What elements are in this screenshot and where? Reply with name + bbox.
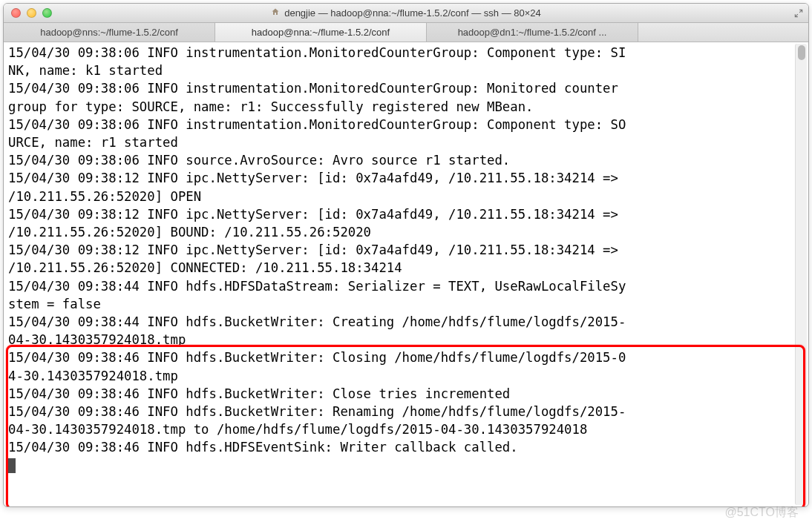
close-button[interactable] [11, 8, 21, 18]
tab-nns[interactable]: hadoop@nns:~/flume-1.5.2/conf [4, 23, 215, 42]
scrollbar-thumb[interactable] [798, 45, 805, 60]
tab-nna[interactable]: hadoop@nna:~/flume-1.5.2/conf [215, 23, 427, 42]
watermark: @51CTO博客 [724, 505, 799, 521]
scrollbar[interactable] [795, 44, 807, 505]
terminal-window: dengjie — hadoop@nna:~/flume-1.5.2/conf … [3, 3, 809, 507]
minimize-button[interactable] [27, 8, 36, 18]
tab-dn1[interactable]: hadoop@dn1:~/flume-1.5.2/conf ... [427, 23, 638, 42]
home-icon [271, 7, 280, 19]
terminal-area: 15/04/30 09:38:06 INFO instrumentation.M… [4, 42, 808, 506]
tab-label: hadoop@nns:~/flume-1.5.2/conf [40, 27, 178, 38]
tab-bar: hadoop@nns:~/flume-1.5.2/conf hadoop@nna… [4, 23, 808, 42]
window-titlebar: dengjie — hadoop@nna:~/flume-1.5.2/conf … [4, 4, 808, 23]
tab-label: hadoop@dn1:~/flume-1.5.2/conf ... [458, 27, 607, 38]
zoom-button[interactable] [42, 8, 52, 18]
expand-icon[interactable] [793, 8, 804, 19]
window-title: dengjie — hadoop@nna:~/flume-1.5.2/conf … [4, 7, 808, 19]
window-title-text: dengjie — hadoop@nna:~/flume-1.5.2/conf … [284, 7, 541, 19]
terminal-cursor [8, 458, 16, 473]
tab-label: hadoop@nna:~/flume-1.5.2/conf [252, 27, 390, 38]
terminal-output[interactable]: 15/04/30 09:38:06 INFO instrumentation.M… [8, 44, 790, 505]
traffic-lights [4, 8, 52, 18]
